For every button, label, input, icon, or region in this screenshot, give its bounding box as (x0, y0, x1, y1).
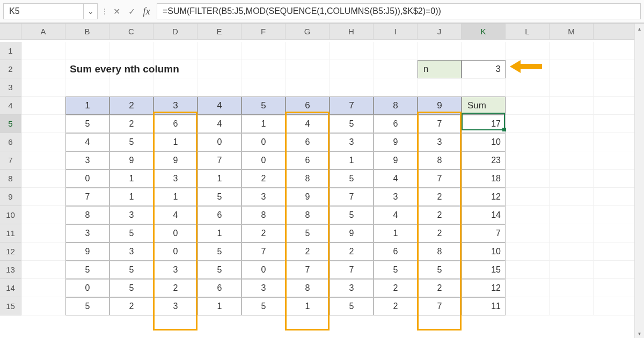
data-cell[interactable]: 2 (418, 224, 462, 243)
table-header-sum[interactable]: Sum (462, 97, 506, 115)
row-header-10[interactable]: 10 (0, 206, 21, 224)
column-header-J[interactable]: J (418, 24, 462, 40)
data-cell[interactable]: 7 (418, 170, 462, 188)
cell-11[interactable] (594, 224, 638, 243)
cell-L7[interactable] (506, 151, 550, 170)
cell-A6[interactable] (21, 133, 65, 151)
table-header-6[interactable]: 6 (286, 97, 330, 115)
cell-A8[interactable] (21, 170, 65, 188)
column-header-F[interactable]: F (241, 24, 286, 40)
column-header-E[interactable]: E (197, 24, 241, 40)
data-cell[interactable]: 5 (330, 170, 374, 188)
data-cell[interactable]: 5 (330, 297, 374, 315)
data-cell[interactable]: 8 (286, 206, 330, 224)
cell-C3[interactable] (109, 78, 153, 97)
cell-G1[interactable] (286, 42, 330, 60)
data-cell[interactable]: 5 (109, 279, 153, 297)
cell-G2[interactable] (286, 60, 330, 78)
cell-A15[interactable] (21, 297, 65, 315)
data-cell[interactable]: 7 (65, 188, 109, 206)
name-box[interactable]: K5 (3, 3, 84, 19)
cell-J1[interactable] (418, 42, 462, 60)
cell-H3[interactable] (330, 78, 374, 97)
data-cell[interactable]: 4 (197, 115, 241, 133)
column-header-blank[interactable] (594, 24, 638, 40)
sum-cell[interactable]: 14 (462, 206, 506, 224)
cell-B1[interactable] (65, 42, 109, 60)
row-header-11[interactable]: 11 (0, 224, 21, 243)
scroll-up-icon[interactable]: ▴ (635, 24, 644, 33)
data-cell[interactable]: 3 (153, 297, 197, 315)
cell-M15[interactable] (550, 297, 594, 315)
name-box-dropdown[interactable]: ⌄ (84, 3, 98, 19)
data-cell[interactable]: 3 (330, 133, 374, 151)
data-cell[interactable]: 5 (330, 115, 374, 133)
data-cell[interactable]: 2 (286, 243, 330, 261)
data-cell[interactable]: 5 (65, 261, 109, 279)
cell-M7[interactable] (550, 151, 594, 170)
data-cell[interactable]: 7 (241, 243, 286, 261)
table-header-8[interactable]: 8 (374, 97, 418, 115)
table-header-1[interactable]: 1 (65, 97, 109, 115)
data-cell[interactable]: 2 (109, 115, 153, 133)
cell-A4[interactable] (21, 97, 65, 115)
cell-C1[interactable] (109, 42, 153, 60)
column-header-D[interactable]: D (153, 24, 197, 40)
select-all-corner[interactable] (0, 24, 21, 40)
cell-M9[interactable] (550, 188, 594, 206)
cell-I1[interactable] (374, 42, 418, 60)
cell-12[interactable] (594, 243, 638, 261)
column-header-A[interactable]: A (21, 24, 65, 40)
table-header-2[interactable]: 2 (109, 97, 153, 115)
table-header-7[interactable]: 7 (330, 97, 374, 115)
data-cell[interactable]: 2 (418, 188, 462, 206)
sum-cell[interactable]: 10 (462, 243, 506, 261)
row-header-9[interactable]: 9 (0, 188, 21, 206)
cell-M5[interactable] (550, 115, 594, 133)
data-cell[interactable]: 1 (374, 224, 418, 243)
data-cell[interactable]: 7 (418, 115, 462, 133)
cell-A9[interactable] (21, 188, 65, 206)
cell-H1[interactable] (330, 42, 374, 60)
data-cell[interactable]: 5 (197, 261, 241, 279)
data-cell[interactable]: 4 (65, 133, 109, 151)
data-cell[interactable]: 5 (418, 261, 462, 279)
cell-6[interactable] (594, 133, 638, 151)
cell-A2[interactable] (21, 60, 65, 78)
cell-L4[interactable] (506, 97, 550, 115)
row-header-1[interactable]: 1 (0, 42, 21, 60)
cell-A3[interactable] (21, 78, 65, 97)
sum-cell[interactable]: 12 (462, 279, 506, 297)
data-cell[interactable]: 7 (330, 261, 374, 279)
sum-cell[interactable]: 12 (462, 188, 506, 206)
cell-I3[interactable] (374, 78, 418, 97)
column-header-I[interactable]: I (374, 24, 418, 40)
cell-15[interactable] (594, 297, 638, 315)
cell-M13[interactable] (550, 261, 594, 279)
cell-M4[interactable] (550, 97, 594, 115)
row-header-13[interactable]: 13 (0, 261, 21, 279)
cell-M8[interactable] (550, 170, 594, 188)
data-cell[interactable]: 5 (65, 297, 109, 315)
data-cell[interactable]: 2 (241, 170, 286, 188)
data-cell[interactable]: 5 (330, 206, 374, 224)
data-cell[interactable]: 6 (197, 206, 241, 224)
row-header-12[interactable]: 12 (0, 243, 21, 261)
cell-A10[interactable] (21, 206, 65, 224)
data-cell[interactable]: 7 (330, 188, 374, 206)
data-cell[interactable]: 1 (153, 188, 197, 206)
cell-E2[interactable] (197, 60, 241, 78)
data-cell[interactable]: 1 (330, 151, 374, 170)
sum-cell[interactable]: 15 (462, 261, 506, 279)
n-label[interactable]: n (418, 60, 462, 78)
data-cell[interactable]: 3 (109, 206, 153, 224)
data-cell[interactable]: 2 (153, 279, 197, 297)
data-cell[interactable]: 5 (374, 261, 418, 279)
cell-L11[interactable] (506, 224, 550, 243)
column-header-C[interactable]: C (109, 24, 153, 40)
cell-D1[interactable] (153, 42, 197, 60)
data-cell[interactable]: 5 (197, 243, 241, 261)
data-cell[interactable]: 9 (286, 188, 330, 206)
cell-1[interactable] (594, 42, 638, 60)
data-cell[interactable]: 6 (286, 133, 330, 151)
